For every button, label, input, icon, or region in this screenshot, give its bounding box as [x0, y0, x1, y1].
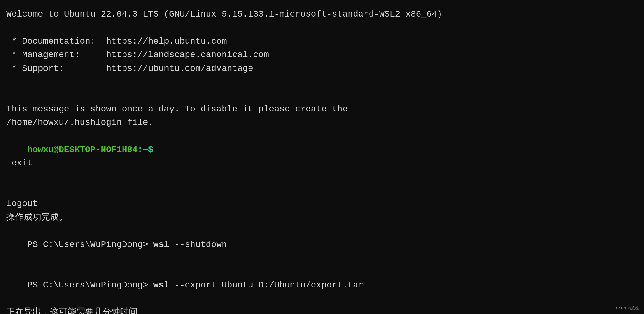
ps1-cmd-rest: --shutdown: [169, 240, 227, 249]
ps1-line: PS C:\Users\WuPingDong> wsl --shutdown: [6, 224, 638, 265]
watermark: CSDN @范统: [616, 305, 639, 312]
mgmt-line: * Management: https://landscape.canonica…: [6, 48, 638, 61]
terminal-window: Welcome to Ubuntu 22.04.3 LTS (GNU/Linux…: [6, 7, 638, 314]
blank-line-1: [6, 21, 638, 34]
msg-line: This message is shown once a day. To dis…: [6, 102, 638, 116]
blank-line-3: [6, 89, 638, 102]
ps1-prefix: PS C:\Users\WuPingDong>: [27, 240, 153, 249]
prompt-command: exit: [6, 156, 638, 170]
ps2-prefix: PS C:\Users\WuPingDong>: [27, 280, 153, 290]
logout-line: logout: [6, 197, 638, 210]
ps2-cmd-bold: wsl: [153, 280, 169, 290]
user-host: howxu@DESKTOP-NOF1H84: [27, 145, 138, 155]
exporting-line: 正在导出，这可能需要几分钟时间。: [6, 306, 638, 314]
ps2-cmd-rest: --export Ubuntu D:/Ubuntu/export.tar: [169, 280, 364, 290]
prompt-tilde: :~$: [138, 145, 153, 155]
op1-line: 操作成功完成。: [6, 211, 638, 224]
prompt-line: howxu@DESKTOP-NOF1H84:~$ exit: [6, 130, 638, 197]
hushlogin-line: /home/howxu/.hushlogin file.: [6, 116, 638, 129]
welcome-line: Welcome to Ubuntu 22.04.3 LTS (GNU/Linux…: [6, 7, 638, 21]
support-line: * Support: https://ubuntu.com/advantage: [6, 62, 638, 75]
doc-line: * Documentation: https://help.ubuntu.com: [6, 35, 638, 48]
ps1-cmd-bold: wsl: [153, 240, 169, 249]
blank-line-2: [6, 75, 638, 89]
ps2-line: PS C:\Users\WuPingDong> wsl --export Ubu…: [6, 265, 638, 305]
